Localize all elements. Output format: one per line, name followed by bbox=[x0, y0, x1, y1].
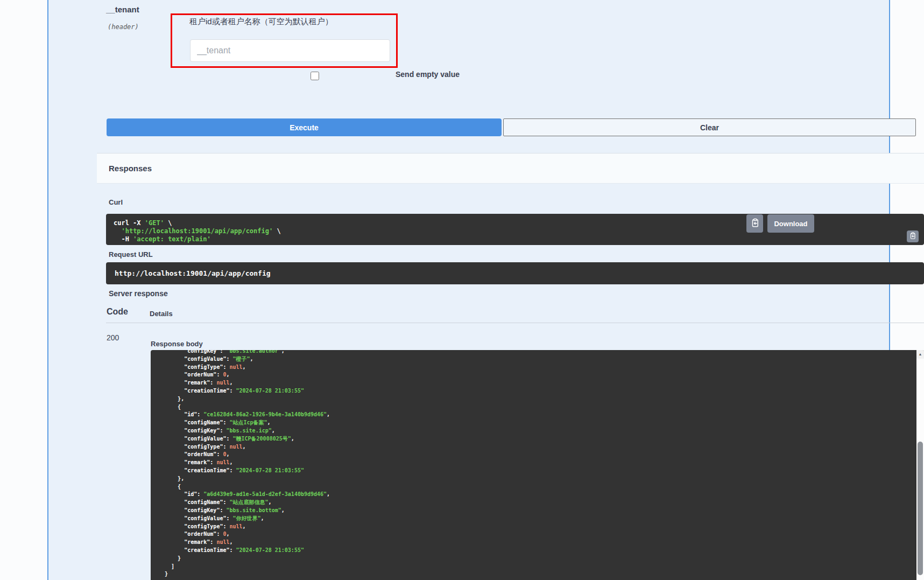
get-operation-block: __tenant (header) 租户id或者租户名称（可空为默认租户） Se… bbox=[47, 0, 890, 580]
tenant-input[interactable] bbox=[190, 39, 390, 62]
clear-button[interactable]: Clear bbox=[503, 118, 916, 136]
send-empty-value-label: Send empty value bbox=[396, 70, 460, 79]
response-body-json: "configKey": "bbs.site.author", "configV… bbox=[151, 350, 924, 578]
server-response-label: Server response bbox=[109, 289, 168, 298]
response-body-label: Response body bbox=[151, 340, 203, 348]
curl-label: Curl bbox=[109, 198, 123, 206]
responses-title: Responses bbox=[109, 164, 152, 173]
send-empty-value-checkbox[interactable] bbox=[311, 72, 319, 80]
details-column-header: Details bbox=[150, 310, 173, 318]
execute-button[interactable]: Execute bbox=[107, 118, 502, 136]
response-scrollbar-track[interactable]: ▲ bbox=[916, 350, 924, 580]
response-scrollbar-thumb[interactable] bbox=[918, 442, 923, 575]
copy-icon bbox=[909, 232, 916, 241]
response-table-divider bbox=[106, 323, 924, 323]
parameter-description: 租户id或者租户名称（可空为默认租户） bbox=[189, 17, 333, 27]
parameter-name: __tenant bbox=[106, 5, 139, 14]
response-body-block: "configKey": "bbs.site.author", "configV… bbox=[151, 350, 924, 580]
copy-icon bbox=[750, 218, 760, 229]
code-column-header: Code bbox=[107, 307, 128, 317]
scroll-up-arrow-icon[interactable]: ▲ bbox=[916, 350, 924, 359]
swagger-operation-page: __tenant (header) 租户id或者租户名称（可空为默认租户） Se… bbox=[0, 0, 924, 580]
request-url-value: http://localhost:19001/api/app/config bbox=[106, 262, 924, 277]
request-url-label: Request URL bbox=[109, 250, 153, 258]
download-button[interactable]: Download bbox=[767, 214, 814, 233]
parameter-location: (header) bbox=[108, 23, 139, 31]
copy-response-button[interactable] bbox=[746, 214, 763, 233]
responses-section-header: Responses bbox=[97, 153, 924, 184]
request-url-block: http://localhost:19001/api/app/config bbox=[106, 262, 924, 284]
copy-to-clipboard-button[interactable] bbox=[907, 230, 919, 242]
status-code: 200 bbox=[107, 333, 119, 342]
